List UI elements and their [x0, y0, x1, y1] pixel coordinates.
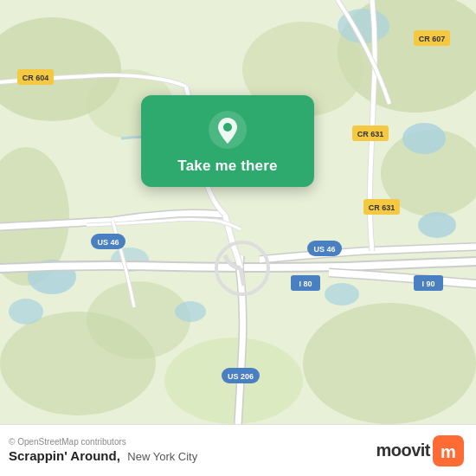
place-city: New York City — [127, 450, 197, 463]
place-name: Scrappin' Around, — [9, 448, 120, 463]
place-info: © OpenStreetMap contributors Scrappin' A… — [9, 437, 197, 464]
location-pin-icon — [209, 111, 247, 149]
svg-text:CR 631: CR 631 — [369, 203, 396, 212]
moovit-brand-icon: m — [433, 435, 464, 466]
copyright-text: © OpenStreetMap contributors — [9, 437, 197, 447]
svg-text:US 206: US 206 — [228, 372, 254, 381]
take-me-there-button[interactable]: Take me there — [177, 158, 277, 175]
svg-text:US 46: US 46 — [313, 245, 335, 254]
svg-text:m: m — [441, 442, 456, 461]
svg-point-14 — [9, 299, 43, 325]
svg-text:CR 631: CR 631 — [357, 130, 384, 138]
bottom-bar: © OpenStreetMap contributors Scrappin' A… — [0, 424, 476, 476]
svg-point-8 — [87, 281, 190, 359]
svg-text:CR 607: CR 607 — [419, 35, 446, 43]
moovit-logo: moovit m — [376, 435, 464, 466]
svg-point-6 — [303, 303, 476, 424]
svg-point-40 — [223, 123, 232, 132]
svg-point-12 — [418, 212, 456, 238]
moovit-brand-name: moovit — [376, 441, 430, 460]
svg-point-15 — [175, 301, 206, 322]
place-name-row: Scrappin' Around, New York City — [9, 448, 197, 464]
svg-text:I 80: I 80 — [299, 280, 312, 288]
svg-text:I 90: I 90 — [421, 280, 434, 288]
location-popup[interactable]: Take me there — [141, 95, 314, 187]
svg-text:US 46: US 46 — [97, 238, 119, 247]
svg-point-17 — [325, 283, 359, 306]
map-view: Morris Canal — [0, 0, 476, 424]
svg-point-11 — [402, 123, 446, 154]
svg-text:CR 604: CR 604 — [23, 74, 49, 82]
